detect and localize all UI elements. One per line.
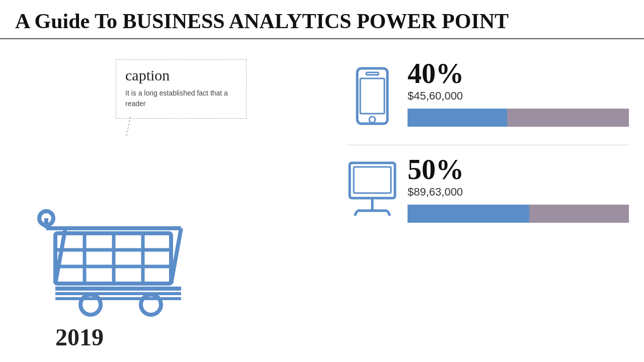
bar-container-2 <box>408 205 629 223</box>
left-column: caption It is a long established fact th… <box>15 49 337 356</box>
metric-value-2: $89,63,000 <box>408 186 629 199</box>
monitor-icon-container <box>347 155 397 226</box>
svg-rect-22 <box>354 167 391 193</box>
svg-rect-18 <box>366 72 378 75</box>
bar-remaining-2 <box>529 205 629 223</box>
caption-bubble: caption It is a long established fact th… <box>116 59 247 119</box>
metric-row-2: 50% $89,63,000 <box>347 145 629 236</box>
svg-line-25 <box>355 211 357 216</box>
bar-container-1 <box>408 109 629 127</box>
metric-info-1: 40% $45,60,000 <box>397 59 629 127</box>
shopping-cart-icon <box>20 173 191 326</box>
phone-icon-container <box>347 59 397 135</box>
main-content: caption It is a long established fact th… <box>0 39 644 356</box>
svg-line-26 <box>387 211 390 216</box>
monitor-icon <box>347 160 397 226</box>
bar-remaining-1 <box>507 109 629 127</box>
header: A Guide To BUSINESS ANALYTICS POWER POIN… <box>0 0 644 39</box>
metric-percent-1: 40% <box>408 59 629 87</box>
metric-info-2: 50% $89,63,000 <box>397 155 629 223</box>
page-title: A Guide To BUSINESS ANALYTICS POWER POIN… <box>15 9 629 33</box>
caption-title: caption <box>125 67 237 84</box>
year-label: 2019 <box>55 323 104 351</box>
svg-line-0 <box>126 117 130 137</box>
metric-value-1: $45,60,000 <box>408 89 629 103</box>
bar-filled-1 <box>408 109 507 127</box>
caption-body: It is a long established fact that a rea… <box>125 88 237 109</box>
svg-point-20 <box>369 117 375 123</box>
svg-rect-19 <box>360 78 384 114</box>
svg-rect-17 <box>357 68 387 124</box>
caption-arrow-icon <box>125 117 155 139</box>
metric-row-1: 40% $45,60,000 <box>347 49 629 145</box>
page: A Guide To BUSINESS ANALYTICS POWER POIN… <box>0 0 644 362</box>
metric-percent-2: 50% <box>408 155 629 184</box>
bar-filled-2 <box>408 205 529 223</box>
phone-icon <box>352 64 392 135</box>
right-column: 40% $45,60,000 <box>337 49 629 356</box>
cart-svg <box>20 173 191 324</box>
